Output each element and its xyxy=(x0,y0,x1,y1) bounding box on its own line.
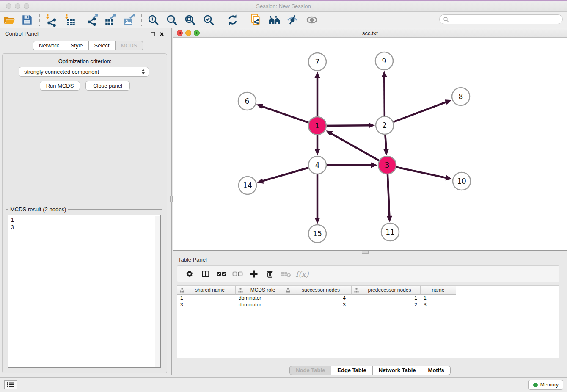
criterion-dropdown-value: strongly connected component xyxy=(24,69,141,75)
delete-table-icon-disabled xyxy=(278,270,294,278)
mcds-result-textarea[interactable]: 1 3 xyxy=(8,215,161,368)
column-header-name[interactable]: name xyxy=(421,286,456,295)
node-table[interactable]: shared nameMCDS rolesuccessor nodesprede… xyxy=(177,285,559,358)
network-canvas[interactable]: 7968124314101511 xyxy=(173,38,567,250)
tab-network[interactable]: Network xyxy=(33,41,65,50)
close-panel-button[interactable]: Close panel xyxy=(85,81,130,91)
cell-successor-nodes[interactable]: 4 xyxy=(283,295,352,301)
column-type-icon xyxy=(238,288,243,293)
arrowhead-2-9 xyxy=(382,71,387,77)
mcds-result-title: MCDS result (2 nodes) xyxy=(8,206,68,213)
graph-node-15[interactable]: 15 xyxy=(308,225,326,243)
svg-text:6: 6 xyxy=(245,97,250,105)
save-session-icon[interactable] xyxy=(20,13,34,27)
graph-node-14[interactable]: 14 xyxy=(239,177,256,194)
home-session-icon[interactable] xyxy=(267,13,282,27)
vertical-splitter-handle[interactable] xyxy=(170,196,173,202)
network-graph[interactable]: 7968124314101511 xyxy=(173,38,567,250)
criterion-dropdown[interactable]: strongly connected component xyxy=(19,67,149,77)
tab-style[interactable]: Style xyxy=(65,41,89,50)
close-panel-icon[interactable] xyxy=(160,31,164,38)
table-row[interactable]: 1dominator411 xyxy=(177,295,559,301)
column-header-successor-nodes[interactable]: successor nodes xyxy=(283,286,352,295)
select-all-checkboxes-icon[interactable] xyxy=(214,271,230,277)
open-session-icon[interactable] xyxy=(2,13,17,27)
float-panel-icon[interactable] xyxy=(151,31,155,38)
graph-node-8[interactable]: 8 xyxy=(452,88,470,105)
apply-layout-icon[interactable] xyxy=(226,13,240,27)
cell-shared-name[interactable]: 1 xyxy=(177,295,236,301)
add-column-icon[interactable] xyxy=(246,269,262,279)
tab-node-table[interactable]: Node Table xyxy=(289,366,331,375)
vertical-splitter[interactable] xyxy=(170,28,173,375)
export-image-icon[interactable] xyxy=(122,13,136,27)
table-row[interactable]: 3dominator323 xyxy=(177,301,559,308)
delete-column-icon[interactable] xyxy=(262,270,278,278)
cell-name[interactable]: 3 xyxy=(421,301,456,308)
column-header-shared-name[interactable]: shared name xyxy=(177,286,236,295)
task-history-button[interactable] xyxy=(4,380,17,389)
optimization-criterion-label: Optimization criterion: xyxy=(0,58,170,64)
zoom-out-icon[interactable] xyxy=(165,13,179,27)
svg-text:15: 15 xyxy=(313,229,322,238)
show-views-eye-icon[interactable] xyxy=(305,13,319,27)
table-settings-gear-icon[interactable] xyxy=(182,270,198,278)
deselect-all-checkboxes-icon[interactable] xyxy=(230,271,246,277)
show-column-panel-icon[interactable] xyxy=(198,270,214,278)
cell-successor-nodes[interactable]: 3 xyxy=(283,301,352,308)
graph-node-9[interactable]: 9 xyxy=(375,52,393,70)
graph-node-10[interactable]: 10 xyxy=(453,172,471,190)
tab-edge-table[interactable]: Edge Table xyxy=(331,366,372,375)
zoom-selected-icon[interactable] xyxy=(201,13,216,27)
search-field[interactable] xyxy=(439,14,563,24)
toolbar-separator xyxy=(245,14,245,26)
import-table-icon[interactable] xyxy=(63,13,77,27)
control-panel-tabs: NetworkStyleSelectMCDS xyxy=(33,41,143,50)
toolbar-separator xyxy=(141,14,142,26)
graph-node-3[interactable]: 3 xyxy=(378,156,396,174)
svg-text:7: 7 xyxy=(315,58,320,66)
hide-panels-eye-icon[interactable] xyxy=(285,13,300,27)
tab-select[interactable]: Select xyxy=(89,41,116,50)
horizontal-splitter[interactable] xyxy=(173,251,567,254)
run-mcds-button[interactable]: Run MCDS xyxy=(40,81,80,91)
clone-network-icon[interactable] xyxy=(248,13,263,27)
tab-motifs[interactable]: Motifs xyxy=(422,366,451,375)
edge-2-8[interactable] xyxy=(385,102,446,125)
svg-text:11: 11 xyxy=(385,228,395,236)
graph-node-6[interactable]: 6 xyxy=(238,92,256,110)
horizontal-splitter-handle[interactable] xyxy=(362,251,369,254)
import-network-icon[interactable] xyxy=(44,13,58,27)
export-network-icon[interactable] xyxy=(85,13,100,27)
search-input[interactable] xyxy=(451,16,559,22)
zoom-fit-icon[interactable] xyxy=(183,13,197,27)
cell-name[interactable]: 1 xyxy=(421,295,456,301)
cell-MCDS-role[interactable]: dominator xyxy=(236,301,283,308)
tab-network-table[interactable]: Network Table xyxy=(373,366,422,375)
zoom-in-icon[interactable] xyxy=(146,13,160,27)
cell-MCDS-role[interactable]: dominator xyxy=(236,295,283,301)
edge-3-1[interactable] xyxy=(330,133,387,165)
graph-node-4[interactable]: 4 xyxy=(308,156,326,174)
memory-label: Memory xyxy=(540,382,559,388)
function-builder-icon-disabled: f(x) xyxy=(294,270,310,279)
svg-text:2: 2 xyxy=(383,121,387,130)
graph-node-2[interactable]: 2 xyxy=(376,116,394,134)
table-toolbar: f(x) xyxy=(177,265,559,282)
fx-label: f(x) xyxy=(296,270,309,279)
column-header-predecessor-nodes[interactable]: predecessor nodes xyxy=(352,286,421,295)
graph-node-1[interactable]: 1 xyxy=(308,117,326,135)
cell-predecessor-nodes[interactable]: 2 xyxy=(352,301,421,308)
column-header-MCDS-role[interactable]: MCDS role xyxy=(236,286,283,295)
cell-predecessor-nodes[interactable]: 1 xyxy=(352,295,421,301)
arrowhead-2-3 xyxy=(383,149,389,155)
cell-shared-name[interactable]: 3 xyxy=(177,301,236,308)
export-table-icon[interactable] xyxy=(103,13,118,27)
arrowhead-4-3 xyxy=(371,163,377,168)
graph-node-11[interactable]: 11 xyxy=(381,223,399,241)
memory-button[interactable]: Memory xyxy=(528,380,563,390)
tab-mcds[interactable]: MCDS xyxy=(116,41,143,50)
mcds-result-groupbox: MCDS result (2 nodes) 1 3 xyxy=(6,209,162,369)
graph-node-7[interactable]: 7 xyxy=(308,53,326,71)
result-scrollbar[interactable] xyxy=(155,216,160,367)
